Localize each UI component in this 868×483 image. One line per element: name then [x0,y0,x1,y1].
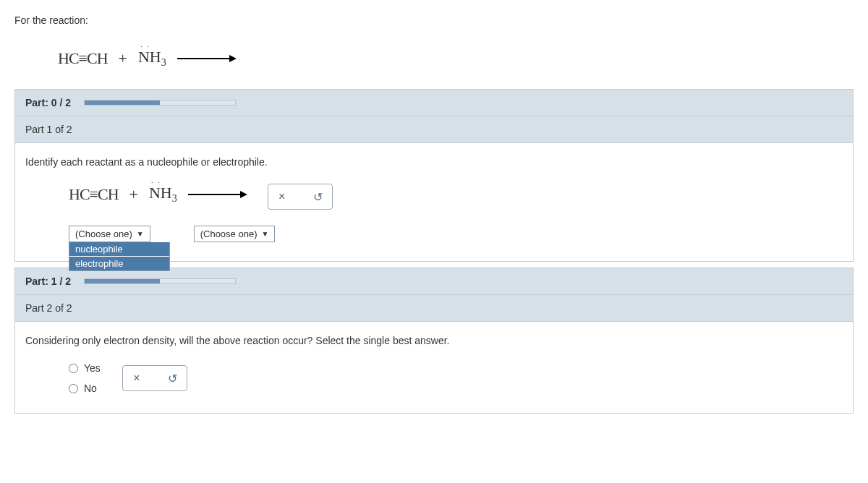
reactant2-dropdown-button[interactable]: (Choose one) ▼ [194,226,276,242]
intro-text: For the reaction: [14,14,854,26]
part1-question: Identify each reactant as a nucleophile … [25,156,843,168]
part1-progress-track [84,278,236,284]
chevron-down-icon: ▼ [137,230,144,238]
part2-question: Considering only electron density, will … [25,335,843,346]
reactant2-dropdown[interactable]: (Choose one) ▼ [194,226,276,242]
part1-arrow [188,194,246,195]
radio-no[interactable]: No [69,382,101,394]
reset-icon[interactable]: ↺ [165,370,181,386]
close-icon[interactable]: × [129,370,145,386]
radio-yes-input[interactable] [69,364,78,373]
overall-progress-track [84,100,236,106]
part2-action-box: × ↺ [122,365,187,391]
reactant1-dropdown[interactable]: (Choose one) ▼ nucleophile electrophile [69,226,150,242]
radio-no-input[interactable] [69,384,78,393]
reactant-1: HC≡CH [58,49,108,68]
reactant1-dropdown-button[interactable]: (Choose one) ▼ [69,226,150,242]
option-electrophile[interactable]: electrophile [69,256,169,270]
radio-yes[interactable]: Yes [69,362,101,374]
part1-progress-bar: Part: 1 / 2 [14,268,854,295]
overall-progress-bar: Part: 0 / 2 [14,89,854,116]
main-reaction: HC≡CH + . . NH3 [14,40,854,83]
part1-plus: + [129,185,138,204]
reactant-2: . . NH3 [138,48,166,69]
part1-progress-fill [85,279,160,283]
part1-reactant-2: . . NH3 [149,184,177,205]
reset-icon[interactable]: ↺ [310,189,326,205]
option-nucleophile[interactable]: nucleophile [69,242,169,256]
part2-radio-group: Yes No [69,362,101,394]
part1-header: Part 1 of 2 [14,116,854,143]
chevron-down-icon: ▼ [261,230,268,238]
part2-body: Considering only electron density, will … [14,322,854,414]
overall-progress-label: Part: 0 / 2 [25,97,71,108]
lone-pair-dots: . . [140,40,150,48]
part1-action-box: × ↺ [268,184,333,210]
part1-reaction: HC≡CH + . . NH3 [69,184,246,205]
close-icon[interactable]: × [274,189,290,205]
reactant1-dropdown-menu: nucleophile electrophile [69,242,170,271]
part1-progress-label: Part: 1 / 2 [25,275,71,287]
overall-progress-fill [85,101,160,105]
part1-reactant-1: HC≡CH [69,185,119,204]
part1-body: Identify each reactant as a nucleophile … [14,143,854,262]
reaction-arrow [177,58,235,59]
plus-sign: + [119,49,127,68]
part2-header: Part 2 of 2 [14,295,854,322]
